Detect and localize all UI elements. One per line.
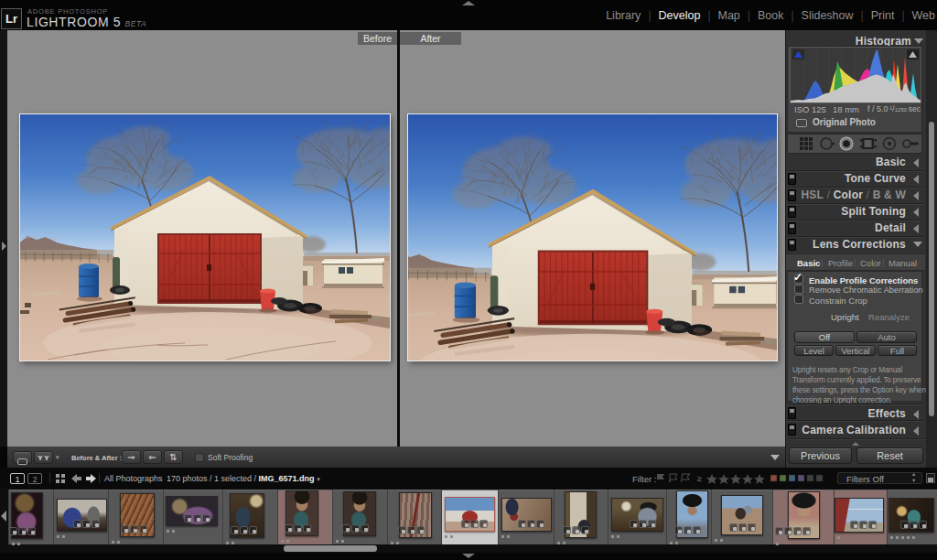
svg-text:≥: ≥ [697, 474, 702, 483]
